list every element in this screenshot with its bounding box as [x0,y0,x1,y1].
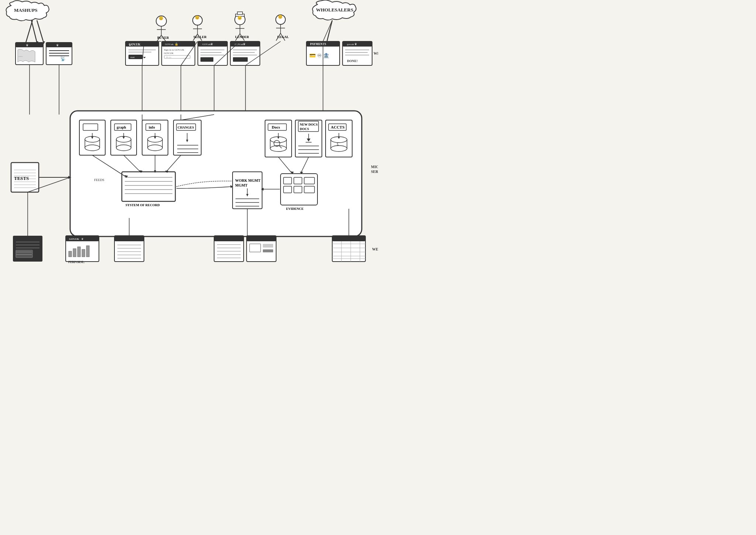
svg-text:♛: ♛ [26,44,28,47]
svg-text:WORK MGMT: WORK MGMT [235,178,261,183]
svg-rect-237 [73,249,76,257]
svg-point-145 [148,145,162,151]
evidence-service: EVIDENCE [281,174,317,211]
svg-text:♛: ♛ [81,238,83,241]
svg-rect-45 [200,57,213,62]
svg-text:♛: ♛ [243,42,245,46]
svg-rect-203 [284,177,292,184]
svg-rect-250 [214,236,244,241]
docs-service: Docs [265,120,292,157]
svg-rect-123 [83,124,98,130]
svg-rect-258 [250,244,261,252]
svg-text:ACCTS: ACCTS [331,125,344,129]
web-page-govuk-form1: GOV.uk ♛ [198,41,227,65]
svg-text:Sign in to GOV.UK: Sign in to GOV.UK [164,48,184,51]
svg-text:😊: 😊 [278,14,283,19]
svg-rect-262 [332,236,365,241]
svg-text:CHANGES: CHANGES [178,126,194,129]
svg-text:♛: ♛ [354,42,357,46]
web-page-performance: GOV.UK ♛ PERFORM.. [66,236,99,264]
svg-text:GOV.uk: GOV.uk [235,43,244,46]
svg-text:SERVICES: SERVICES [371,170,378,174]
architecture-diagram: text { font-family: 'Comic Sans MS', cur… [0,0,378,268]
svg-rect-240 [86,246,89,257]
svg-rect-236 [69,251,72,257]
svg-text:£: £ [337,141,339,146]
svg-text:♛: ♛ [210,42,213,46]
svg-rect-9 [16,42,43,47]
geo-service: geo [79,120,105,155]
svg-rect-260 [263,249,273,252]
svg-text:PAYMENTS: PAYMENTS [310,42,326,46]
info-service: info [142,120,168,155]
svg-point-162 [270,146,286,151]
micro-services-label: MICRO SERVICES [371,165,378,169]
svg-text:😐: 😐 [237,16,242,20]
mashups-label: MASHUPS [14,7,38,13]
svg-text:Docs: Docs [272,125,280,129]
svg-text:PERFORM..: PERFORM.. [68,260,85,264]
svg-text:EVIDENCE: EVIDENCE [286,207,304,211]
svg-rect-207 [294,186,302,193]
svg-text:start: start [130,56,135,59]
svg-text:🔒: 🔒 [175,42,178,46]
svg-text:♛: ♛ [56,44,59,47]
tests-box: TESTS [11,163,39,192]
svg-text:gov.uk: gov.uk [347,43,354,46]
svg-text:♛: ♛ [129,44,131,46]
svg-point-136 [116,145,131,151]
svg-text:GOV.uk: GOV.uk [202,43,211,46]
svg-text:👁 123: 👁 123 [166,57,171,58]
graph-service: graph [111,120,137,155]
svg-text:📡: 📡 [60,56,66,61]
web-page-map: ♛ ~~~ [16,42,43,65]
svg-rect-13 [46,42,72,47]
changes-service: CHANGES [173,120,201,155]
svg-rect-229 [16,250,32,258]
web-page-govuk-signin: GOV.uk 🔒 Sign in to GOV.UK GOV.UK 👁 123 [162,41,195,65]
web-page-govuk-done: gov.uk ♛ DONE! [343,41,372,65]
svg-rect-204 [294,177,302,184]
svg-text:info: info [149,125,155,129]
svg-point-183 [331,146,347,151]
web-page-accounts-spreadsheet [332,236,365,262]
svg-text:SELLER: SELLER [193,35,207,39]
wholesalers-label: WHOLESALERS [316,7,353,13]
svg-rect-187 [122,172,175,201]
svg-text:LENDER: LENDER [235,35,249,39]
svg-text:graph: graph [117,125,126,129]
system-of-record: SYSTEM OF RECORD [122,172,175,207]
web-page-assurance [13,236,42,262]
svg-text:😊: 😊 [195,15,200,20]
svg-text:LEGAL: LEGAL [277,35,289,39]
svg-text:DONE!: DONE! [347,59,358,63]
svg-text:~~~: ~~~ [18,55,23,58]
accts-service: ACCTS £ [326,120,352,157]
svg-text:DOCS: DOCS [300,127,309,131]
web-page-bottom-center2 [247,236,276,262]
work-mgmt-service: WORK MGMT MGMT [233,172,262,209]
svg-rect-208 [304,186,315,193]
svg-text:MGMT: MGMT [235,183,248,187]
mashups-cloud: MASHUPS [6,1,49,21]
web-label-bottom: WEB [372,247,378,251]
new-docs-service: NEW DOCS DOCS [295,120,322,157]
svg-rect-239 [82,249,85,257]
svg-rect-243 [114,236,144,241]
svg-text:GOV.UK: GOV.UK [164,52,173,55]
svg-rect-257 [247,236,276,241]
svg-rect-259 [263,244,273,248]
svg-text:😊: 😊 [159,16,164,21]
svg-text:GOV.UK: GOV.UK [69,238,79,241]
svg-rect-205 [304,177,315,184]
svg-point-127 [85,145,100,151]
svg-rect-82 [237,12,243,14]
svg-text:TESTS: TESTS [14,176,29,181]
web-label-top: WEB [374,51,378,55]
svg-text:NEW DOCS: NEW DOCS [300,123,318,126]
svg-rect-238 [78,247,80,257]
web-page-bottom-doc [114,236,144,262]
svg-rect-53 [233,57,248,62]
svg-text:BUYER: BUYER [157,36,169,40]
svg-text:GOV.uk: GOV.uk [165,43,174,46]
